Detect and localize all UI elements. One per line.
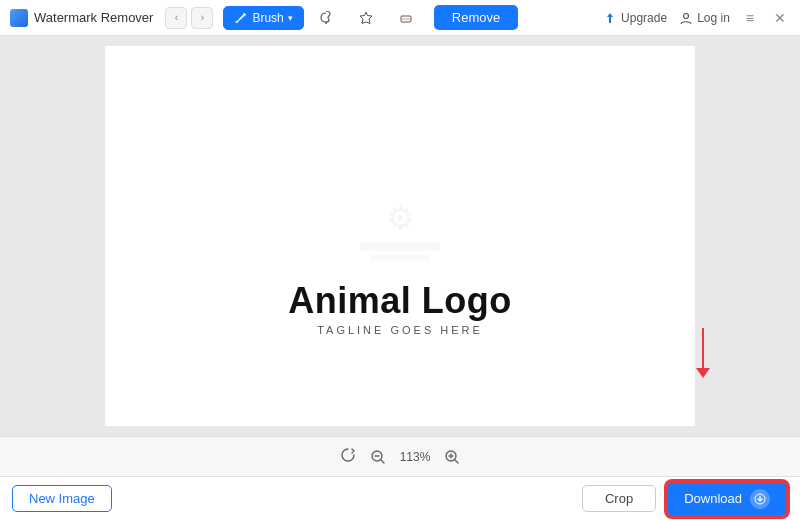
nav-back-button[interactable]: ‹ xyxy=(165,7,187,29)
download-icon xyxy=(750,489,770,509)
close-button[interactable]: ✕ xyxy=(770,8,790,28)
zoom-level: 113% xyxy=(400,450,431,464)
upgrade-icon xyxy=(603,11,617,25)
app-icon xyxy=(10,9,28,27)
logo-main-text: Animal Logo xyxy=(288,280,512,322)
svg-point-3 xyxy=(684,13,689,18)
download-button[interactable]: Download xyxy=(666,481,788,517)
lasso-tool-button[interactable] xyxy=(308,6,344,30)
arrow-head xyxy=(696,368,710,378)
toolbar: Brush ▾ Remove xyxy=(223,5,603,30)
brush-label: Brush xyxy=(252,11,283,25)
zoom-out-icon xyxy=(370,449,386,465)
polygon-tool-button[interactable] xyxy=(348,6,384,30)
lasso-icon xyxy=(319,11,333,25)
main-area: ⚙ Animal Logo TAGLINE GOES HERE xyxy=(0,36,800,436)
ghost-line-1 xyxy=(360,243,440,251)
right-actions: Upgrade Log in ≡ ✕ xyxy=(603,8,790,28)
watermark-ghost: ⚙ xyxy=(360,199,440,261)
logo-tagline-text: TAGLINE GOES HERE xyxy=(288,324,512,336)
arrow-indicator xyxy=(696,328,710,378)
brush-icon xyxy=(234,11,248,25)
brush-tool-button[interactable]: Brush ▾ xyxy=(223,6,303,30)
upgrade-label: Upgrade xyxy=(621,11,667,25)
zoom-bar: 113% xyxy=(0,436,800,476)
upgrade-button[interactable]: Upgrade xyxy=(603,11,667,25)
footer-bar: New Image Crop Download xyxy=(0,476,800,520)
reset-icon xyxy=(340,447,356,463)
remove-button[interactable]: Remove xyxy=(434,5,518,30)
zoom-in-button[interactable] xyxy=(444,449,460,465)
svg-point-0 xyxy=(325,22,327,24)
menu-button[interactable]: ≡ xyxy=(742,8,758,28)
ghost-icon: ⚙ xyxy=(386,199,415,237)
title-bar: Watermark Remover ‹ › Brush ▾ xyxy=(0,0,800,36)
new-image-button[interactable]: New Image xyxy=(12,485,112,512)
zoom-reset-button[interactable] xyxy=(340,447,356,466)
footer-right: Crop Download xyxy=(582,481,788,517)
eraser-tool-button[interactable] xyxy=(388,6,424,30)
svg-line-6 xyxy=(381,460,384,463)
polygon-icon xyxy=(359,11,373,25)
zoom-out-button[interactable] xyxy=(370,449,386,465)
logo-text-block: Animal Logo TAGLINE GOES HERE xyxy=(288,280,512,336)
svg-marker-2 xyxy=(607,13,613,23)
zoom-in-icon xyxy=(444,449,460,465)
svg-line-10 xyxy=(455,460,458,463)
nav-forward-button[interactable]: › xyxy=(191,7,213,29)
canvas-wrapper: ⚙ Animal Logo TAGLINE GOES HERE xyxy=(105,46,695,426)
login-label: Log in xyxy=(697,11,730,25)
user-icon xyxy=(679,11,693,25)
arrow-shaft xyxy=(702,328,704,368)
brush-dropdown-icon[interactable]: ▾ xyxy=(288,13,293,23)
nav-arrows: ‹ › xyxy=(165,7,213,29)
crop-button[interactable]: Crop xyxy=(582,485,656,512)
login-button[interactable]: Log in xyxy=(679,11,730,25)
eraser-icon xyxy=(399,11,413,25)
app-title: Watermark Remover xyxy=(34,10,153,25)
ghost-line-2 xyxy=(370,255,430,261)
download-label: Download xyxy=(684,491,742,506)
